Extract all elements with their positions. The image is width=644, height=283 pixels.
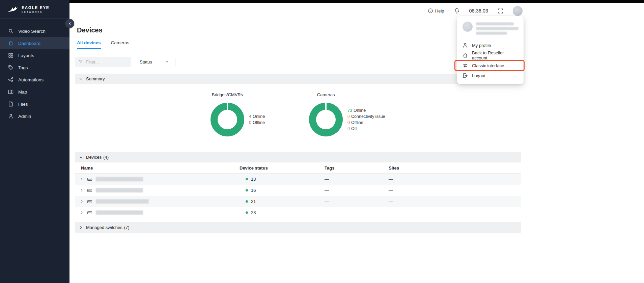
filter-input[interactable] <box>86 59 126 65</box>
menu-item-back-to-reseller[interactable]: Back to Reseller account <box>457 50 524 60</box>
person-icon <box>8 113 13 119</box>
help-label: Help <box>435 8 444 14</box>
status-dropdown[interactable]: Status <box>137 59 169 65</box>
menu-item-my-profile[interactable]: My profile <box>457 40 524 50</box>
bridges-chart-title: Bridges/CMVRs <box>211 92 244 97</box>
table-row[interactable]: 13 — — <box>75 174 521 185</box>
menu-item-label: Back to Reseller account <box>472 50 518 60</box>
filter-input-box[interactable] <box>75 57 131 67</box>
table-row[interactable]: 16 — — <box>75 185 521 196</box>
tab-all-devices[interactable]: All devices <box>77 40 101 49</box>
bridges-donut-chart <box>211 103 244 136</box>
legend-label: Offline <box>351 120 363 125</box>
chevron-right-icon[interactable] <box>80 211 84 214</box>
bridges-legend: 4Online 0Offline <box>249 103 265 136</box>
user-avatar[interactable] <box>513 6 523 16</box>
sidebar-item-admin[interactable]: Admin <box>0 110 69 122</box>
device-name-cell <box>75 210 240 215</box>
chevron-down-icon <box>165 60 169 64</box>
device-status-cell: 23 <box>240 210 325 215</box>
sidebar-nav: Video Search Dashboard Layouts Tags Auto… <box>0 25 69 122</box>
legend-value: 0 <box>347 120 350 125</box>
cameras-legend: 73Online 0Connectivity issue 0Offline 0O… <box>347 103 385 136</box>
swap-icon <box>463 63 468 68</box>
device-name-redacted <box>96 199 149 204</box>
status-online-dot <box>246 178 248 180</box>
table-row[interactable]: 21 — — <box>75 196 521 207</box>
devices-section-header[interactable]: Devices (4) <box>75 152 521 162</box>
legend-label: Connectivity issue <box>351 114 385 119</box>
chevron-down-icon <box>79 155 83 159</box>
column-header-tags: Tags <box>325 165 389 171</box>
menu-item-classic-interface[interactable]: Classic interface <box>457 60 524 71</box>
device-name-redacted <box>96 210 143 215</box>
tags-cell: — <box>325 199 389 204</box>
status-count: 23 <box>251 210 256 215</box>
sidebar-item-automations[interactable]: Automations <box>0 74 69 86</box>
legend-label: Online <box>253 114 265 119</box>
sidebar-collapse-button[interactable] <box>65 19 74 28</box>
device-name-redacted <box>96 177 143 181</box>
fullscreen-icon[interactable] <box>498 8 503 14</box>
legend-item-offline: 0Offline <box>249 120 265 125</box>
user-icon <box>463 43 468 48</box>
sidebar-item-label: Map <box>18 89 27 95</box>
status-count: 21 <box>251 199 256 204</box>
filter-toolbar: Status <box>75 57 521 67</box>
sidebar-item-files[interactable]: Files <box>0 98 69 110</box>
sidebar-item-label: Video Search <box>18 29 46 34</box>
cameras-chart-block: Cameras 73Online 0Connectivity issue 0Of… <box>309 92 385 136</box>
tags-cell: — <box>325 188 389 193</box>
chevron-right-icon <box>79 226 83 230</box>
search-icon <box>8 28 13 34</box>
device-name-cell <box>75 199 240 204</box>
summary-section-title: Summary <box>86 76 105 81</box>
menu-item-label: Logout <box>472 73 485 78</box>
flow-icon <box>8 77 13 82</box>
brand-logo: EAGLE EYE NETWORKS <box>0 0 69 19</box>
column-header-device-status: Device status <box>240 165 325 171</box>
chevron-right-icon[interactable] <box>80 177 84 181</box>
column-header-sites: Sites <box>389 165 521 171</box>
funnel-icon <box>78 59 83 64</box>
tags-cell: — <box>325 177 389 182</box>
sidebar-item-tags[interactable]: Tags <box>0 61 69 74</box>
chevron-down-icon <box>79 77 83 81</box>
status-online-dot <box>246 189 248 191</box>
legend-item-off: 0Off <box>347 126 385 131</box>
sidebar-item-video-search[interactable]: Video Search <box>0 25 69 37</box>
sites-cell: — <box>389 177 521 182</box>
sidebar-item-dashboard[interactable]: Dashboard <box>0 37 69 49</box>
sidebar-item-map[interactable]: Map <box>0 86 69 98</box>
notifications-bell-icon[interactable] <box>454 8 460 14</box>
status-online-dot <box>246 211 248 214</box>
status-count: 16 <box>251 188 256 193</box>
managed-switches-section-header[interactable]: Managed switches (7) <box>75 222 521 233</box>
help-button[interactable]: ? Help <box>428 8 444 14</box>
user-info-block <box>457 21 524 40</box>
device-status-cell: 16 <box>240 188 325 193</box>
menu-item-logout[interactable]: Logout <box>457 71 524 81</box>
bridge-device-icon <box>87 177 92 182</box>
summary-section-header[interactable]: Summary <box>75 74 521 84</box>
legend-value: 0 <box>347 126 350 131</box>
column-header-name: Name <box>75 165 240 171</box>
bridge-device-icon <box>87 210 92 215</box>
sites-cell: — <box>389 199 521 204</box>
brand-line1: EAGLE EYE <box>22 6 49 10</box>
sidebar-item-label: Dashboard <box>18 41 40 46</box>
eagle-logo-icon <box>7 5 18 14</box>
menu-item-label: Classic interface <box>472 63 504 68</box>
tab-cameras[interactable]: Cameras <box>111 40 130 49</box>
legend-label: Offline <box>253 120 265 125</box>
chevron-right-icon[interactable] <box>80 188 84 192</box>
table-header-row: Name Device status Tags Sites <box>75 162 521 174</box>
devices-section-count: (4) <box>103 155 109 160</box>
chevron-right-icon[interactable] <box>80 200 84 203</box>
table-row[interactable]: 23 — — <box>75 207 521 218</box>
sidebar-item-layouts[interactable]: Layouts <box>0 49 69 61</box>
user-avatar-small <box>463 22 473 32</box>
sidebar-item-label: Tags <box>18 65 28 70</box>
legend-item-connectivity: 0Connectivity issue <box>347 114 385 119</box>
tab-bar: All devices Cameras <box>77 40 521 49</box>
